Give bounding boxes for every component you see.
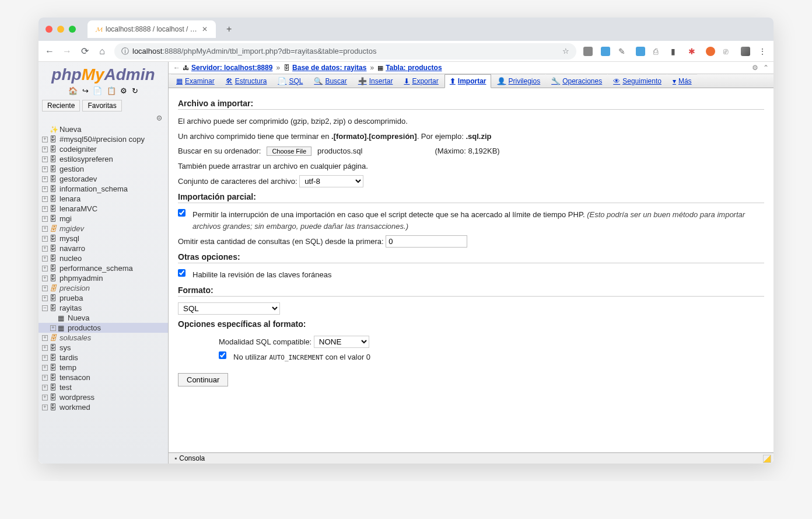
ext-icon-4[interactable] xyxy=(636,47,645,56)
tree-db-workmed[interactable]: +🗄workmed xyxy=(38,402,168,412)
tree-db-phpmyadmin[interactable]: +🗄phpmyadmin xyxy=(38,273,168,283)
tab-sql[interactable]: 📄SQL xyxy=(272,74,308,88)
tree-db-#mysql50#precision copy[interactable]: +🗄#mysql50#precision copy xyxy=(38,134,168,144)
sql-compat-select[interactable]: NONE xyxy=(314,336,369,348)
tab-mas[interactable]: ▾Más xyxy=(667,74,697,88)
tree-db-wordpress[interactable]: +🗄wordpress xyxy=(38,392,168,402)
server-icon: 🖧 xyxy=(183,64,189,71)
tree-db-test[interactable]: +🗄test xyxy=(38,382,168,392)
window-minimize-icon[interactable] xyxy=(57,26,64,33)
tab-estructura[interactable]: 🛠Estructura xyxy=(220,74,272,88)
ext-icon-3[interactable]: ✎ xyxy=(618,47,628,56)
tree-db-mgidev[interactable]: +🗄mgidev xyxy=(38,224,168,234)
tree-db-gestion[interactable]: +🗄gestion xyxy=(38,164,168,174)
tree-db-tensacon[interactable]: +🗄tensacon xyxy=(38,372,168,382)
continue-button[interactable]: Continuar xyxy=(178,373,228,386)
reload-icon[interactable]: ↻ xyxy=(132,86,138,95)
choose-file-button[interactable]: Choose File xyxy=(267,147,312,156)
breadcrumb-database[interactable]: Base de datos: rayitas xyxy=(292,64,366,72)
tree-new-database[interactable]: ✨Nueva xyxy=(38,124,168,134)
logo-php: php xyxy=(51,65,81,83)
tree-db-nucleo[interactable]: +🗄nucleo xyxy=(38,253,168,263)
sidebar: phpMyAdmin 🏠 ↪ 📄 📋 ⚙ ↻ Reciente Favorita… xyxy=(38,62,169,464)
tree-db-codeigniter[interactable]: +🗄codeigniter xyxy=(38,144,168,154)
recent-tab[interactable]: Reciente xyxy=(42,100,80,112)
compressed-note: El archivo puede ser comprimido (gzip, b… xyxy=(178,116,764,127)
tree-db-performance_schema[interactable]: +🗄performance_schema xyxy=(38,263,168,273)
tree-db-information_schema[interactable]: +🗄information_schema xyxy=(38,184,168,194)
page-settings-icon[interactable]: ⚙ xyxy=(752,64,758,72)
auto-increment-checkbox[interactable] xyxy=(219,351,226,359)
ext-icon-8[interactable] xyxy=(706,47,715,56)
new-tab-button[interactable]: + xyxy=(226,24,232,34)
profile-avatar[interactable] xyxy=(741,47,750,56)
forward-button[interactable]: → xyxy=(62,46,72,57)
logout-icon[interactable]: ↪ xyxy=(82,86,89,95)
tree-db-precision[interactable]: +🗄precision xyxy=(38,283,168,293)
tree-db-prueba[interactable]: +🗄prueba xyxy=(38,293,168,303)
tree-table-productos[interactable]: +▦productos xyxy=(38,323,168,333)
tree-db-lenara[interactable]: +🗄lenara xyxy=(38,194,168,204)
tab-importar[interactable]: ⬆Importar xyxy=(444,74,492,88)
tab-seguimiento[interactable]: 👁Seguimiento xyxy=(608,74,667,88)
ext-icon-5[interactable]: ⎙ xyxy=(653,47,663,56)
skip-queries-input[interactable] xyxy=(386,235,467,248)
bookmark-star-icon[interactable]: ☆ xyxy=(562,47,569,55)
page-up-icon[interactable]: ⌃ xyxy=(763,64,769,72)
tab-operaciones[interactable]: 🔧Operaciones xyxy=(546,74,607,88)
allow-interrupt-checkbox[interactable] xyxy=(178,209,186,217)
ext-icon-9[interactable]: ⎚ xyxy=(723,47,733,56)
settings-icon[interactable]: ⚙ xyxy=(120,86,127,95)
console-bar[interactable]: ▪ Consola xyxy=(169,452,774,464)
tree-db-mgi[interactable]: +🗄mgi xyxy=(38,214,168,224)
sql-icon[interactable]: 📋 xyxy=(107,86,116,95)
structure-icon: 🛠 xyxy=(226,77,233,85)
tree-db-gestoradev[interactable]: +🗄gestoradev xyxy=(38,174,168,184)
address-bar[interactable]: ⓘ localhost:8888/phpMyAdmin/tbl_import.p… xyxy=(114,43,576,60)
ext-icon-7[interactable]: ✱ xyxy=(688,47,698,56)
tab-insertar[interactable]: ➕Insertar xyxy=(353,74,398,88)
favorites-tab[interactable]: Favoritas xyxy=(82,100,121,112)
tree-db-navarro[interactable]: +🗄navarro xyxy=(38,243,168,253)
recent-favorites-tabs: Reciente Favoritas xyxy=(38,99,168,113)
browser-tab[interactable]: 𝓜 localhost:8888 / localhost / ray ✕ xyxy=(88,20,216,38)
docs-icon[interactable]: 📄 xyxy=(93,86,102,95)
tab-close-icon[interactable]: ✕ xyxy=(202,25,208,33)
format-select[interactable]: SQL xyxy=(178,302,280,315)
tree-db-solusales[interactable]: +🗄solusales xyxy=(38,333,168,343)
logo[interactable]: phpMyAdmin xyxy=(38,62,168,85)
home-icon[interactable]: 🏠 xyxy=(68,86,78,95)
sql-tab-icon: 📄 xyxy=(278,77,286,85)
skip-label: Omitir esta cantidad de consultas (en SQ… xyxy=(178,237,384,246)
tree-db-sys[interactable]: +🗄sys xyxy=(38,343,168,353)
chrome-menu-icon[interactable]: ⋮ xyxy=(758,47,768,56)
tree-db-temp[interactable]: +🗄temp xyxy=(38,363,168,372)
site-info-icon[interactable]: ⓘ xyxy=(121,46,129,57)
fk-check-checkbox[interactable] xyxy=(178,269,186,277)
window-maximize-icon[interactable] xyxy=(69,26,76,33)
window-close-icon[interactable] xyxy=(46,26,52,33)
reload-button[interactable]: ⟳ xyxy=(79,46,90,57)
collapse-nav-icon[interactable]: ← xyxy=(173,64,180,72)
collapse-icon[interactable]: ⊝ xyxy=(38,113,168,122)
operations-icon: 🔧 xyxy=(551,77,560,85)
tree-db-mysql[interactable]: +🗄mysql xyxy=(38,234,168,243)
chrome-titlebar: 𝓜 localhost:8888 / localhost / ray ✕ + xyxy=(38,18,774,41)
home-button[interactable]: ⌂ xyxy=(97,46,107,57)
tab-buscar[interactable]: 🔍Buscar xyxy=(309,74,352,88)
tree-db-tardis[interactable]: +🗄tardis xyxy=(38,353,168,363)
tree-new-table[interactable]: ▦Nueva xyxy=(38,313,168,323)
ext-icon-1[interactable] xyxy=(583,47,593,56)
tab-exportar[interactable]: ⬇Exportar xyxy=(398,74,443,88)
ext-icon-6[interactable]: ▮ xyxy=(671,47,680,56)
tree-db-estilosypreferen[interactable]: +🗄estilosypreferen xyxy=(38,154,168,164)
charset-select[interactable]: utf-8 xyxy=(299,175,363,187)
tree-db-rayitas[interactable]: −🗄rayitas xyxy=(38,303,168,313)
ext-icon-2[interactable] xyxy=(601,47,610,56)
breadcrumb-table[interactable]: Tabla: productos xyxy=(386,64,442,72)
breadcrumb-server[interactable]: Servidor: localhost:8889 xyxy=(191,64,272,72)
back-button[interactable]: ← xyxy=(44,46,55,57)
tree-db-lenaraMVC[interactable]: +🗄lenaraMVC xyxy=(38,204,168,214)
tab-examinar[interactable]: ▦Examinar xyxy=(171,74,220,88)
tab-privilegios[interactable]: 👤Privilegios xyxy=(492,74,545,88)
